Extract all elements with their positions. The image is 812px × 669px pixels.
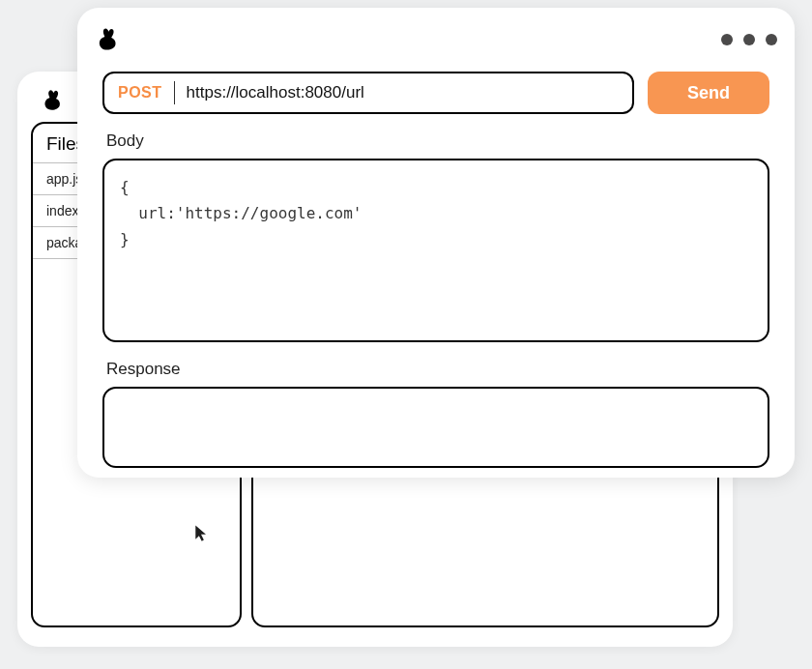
titlebar [95,23,777,56]
window-control-dot[interactable] [743,34,755,45]
window-control-dot[interactable] [721,34,733,45]
request-bar: POST [102,72,634,114]
url-input[interactable] [187,83,623,102]
rabbit-logo-icon [41,89,64,112]
window-control-dot[interactable] [766,34,777,45]
send-button[interactable]: Send [648,72,769,114]
rabbit-logo-icon [95,27,120,52]
request-body-input[interactable]: { url:'https://google.com' } [102,159,769,342]
body-label: Body [106,131,777,151]
window-controls [721,34,777,45]
http-method[interactable]: POST [118,84,162,102]
divider [174,81,175,104]
api-client-window: POST Send Body { url:'https://google.com… [77,8,795,478]
response-label: Response [106,360,777,379]
response-output [102,387,769,468]
